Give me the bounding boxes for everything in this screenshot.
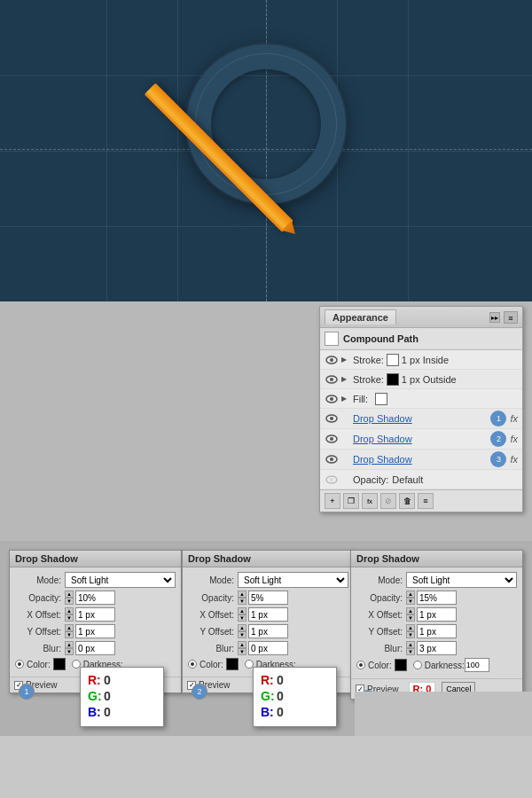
x-up-2[interactable]: ▲ — [238, 607, 246, 614]
b-value-1: 0 — [104, 705, 111, 719]
blur-stepper-3[interactable]: ▲ ▼ — [406, 641, 415, 655]
x-down-2[interactable]: ▼ — [238, 614, 246, 622]
blur-input-2[interactable] — [248, 641, 288, 655]
blur-input-1[interactable] — [75, 641, 115, 655]
opacity-input-3[interactable] — [417, 591, 457, 605]
y-up-3[interactable]: ▲ — [406, 624, 415, 631]
color-swatch-3[interactable] — [395, 659, 407, 671]
duplicate-button[interactable]: ❐ — [343, 493, 359, 509]
drop-shadow-link-1[interactable]: Drop Shadow — [353, 413, 412, 424]
x-offset-input-2[interactable] — [248, 607, 288, 622]
blur-down-1[interactable]: ▼ — [65, 648, 74, 655]
blur-stepper-1[interactable]: ▲ ▼ — [65, 641, 74, 655]
opacity-stepper-2[interactable]: ▲ ▼ — [238, 591, 246, 605]
blur-stepper-2[interactable]: ▲ ▼ — [238, 641, 246, 655]
blur-down-2[interactable]: ▼ — [238, 648, 246, 655]
opacity-up-2[interactable]: ▲ — [238, 591, 246, 598]
y-down-1[interactable]: ▼ — [65, 631, 74, 638]
drop-shadow-row-2: Drop Shadow 2 fx — [320, 429, 522, 450]
x-stepper-1[interactable]: ▲ ▼ — [65, 607, 74, 622]
color-radio-3[interactable] — [356, 661, 365, 669]
y-stepper-2[interactable]: ▲ ▼ — [238, 624, 246, 638]
opacity-stepper-1[interactable]: ▲ ▼ — [65, 591, 74, 605]
y-offset-label-3: Y Offset: — [356, 627, 403, 637]
fill-swatch[interactable] — [375, 393, 387, 405]
fx-label-3: fx — [510, 454, 518, 465]
opacity-input-1[interactable] — [75, 591, 115, 605]
delete-button[interactable]: ⊘ — [380, 493, 396, 509]
rgb-g-line-1: G: 0 — [88, 689, 156, 703]
rgb-b-line-1: B: 0 — [88, 705, 156, 719]
x-up-1[interactable]: ▲ — [65, 607, 74, 614]
visibility-icon-1[interactable] — [325, 353, 339, 367]
x-offset-label-1: X Offset: — [15, 610, 61, 620]
visibility-icon-2[interactable] — [325, 372, 339, 387]
trash-button[interactable]: 🗑 — [399, 493, 415, 509]
opacity-up-3[interactable]: ▲ — [406, 591, 415, 598]
y-stepper-3[interactable]: ▲ ▼ — [406, 624, 415, 638]
visibility-icon-ds2[interactable] — [325, 432, 339, 446]
drop-shadow-link-3[interactable]: Drop Shadow — [353, 454, 412, 465]
options-button[interactable]: ≡ — [418, 493, 434, 509]
blur-label-1: Blur: — [15, 644, 61, 653]
add-new-button[interactable]: + — [325, 493, 340, 509]
fx-button[interactable]: fx — [362, 493, 378, 509]
panel-collapse-button[interactable]: ▸▸ — [489, 312, 500, 323]
y-down-3[interactable]: ▼ — [406, 631, 415, 638]
x-up-3[interactable]: ▲ — [406, 607, 415, 614]
svg-point-5 — [330, 397, 333, 401]
appearance-tab[interactable]: Appearance — [325, 309, 396, 325]
y-stepper-1[interactable]: ▲ ▼ — [65, 624, 74, 638]
x-down-1[interactable]: ▼ — [65, 614, 74, 622]
color-radio-2[interactable] — [188, 660, 197, 669]
visibility-icon-ds3[interactable] — [325, 452, 339, 466]
opacity-down-2[interactable]: ▼ — [238, 598, 246, 605]
x-down-3[interactable]: ▼ — [406, 614, 415, 622]
x-offset-input-3[interactable] — [417, 607, 457, 622]
color-swatch-2[interactable] — [226, 658, 239, 670]
x-offset-input-1[interactable] — [75, 607, 115, 622]
blur-input-3[interactable] — [417, 641, 457, 655]
x-stepper-3[interactable]: ▲ ▼ — [406, 607, 415, 622]
expand-arrow-1[interactable]: ▶ — [341, 356, 350, 364]
y-offset-input-1[interactable] — [75, 624, 115, 638]
blur-label-2: Blur: — [188, 644, 234, 653]
darkness-radio-3[interactable] — [413, 661, 422, 669]
darkness-input-3[interactable] — [465, 658, 489, 672]
stroke-swatch-2[interactable] — [387, 373, 399, 386]
blur-up-1[interactable]: ▲ — [65, 641, 74, 648]
drop-shadow-link-2[interactable]: Drop Shadow — [353, 434, 412, 444]
x-offset-label-2: X Offset: — [188, 610, 234, 620]
blur-up-2[interactable]: ▲ — [238, 641, 246, 648]
blur-up-3[interactable]: ▲ — [406, 641, 415, 648]
stroke-swatch-1[interactable] — [387, 354, 399, 366]
opacity-input-2[interactable] — [248, 591, 288, 605]
grid-line — [106, 0, 107, 301]
mode-select-3[interactable]: Soft Light — [406, 572, 517, 588]
expand-arrow-2[interactable]: ▶ — [341, 375, 350, 384]
panel-area: Appearance ▸▸ ≡ Compound Path ▶ Stroke: — [0, 301, 532, 541]
visibility-icon-fill[interactable] — [325, 392, 339, 406]
y-offset-input-3[interactable] — [417, 624, 457, 638]
opacity-up-1[interactable]: ▲ — [65, 591, 74, 598]
opacity-row-2: Opacity: ▲ ▼ — [188, 591, 348, 605]
opacity-down-1[interactable]: ▼ — [65, 598, 74, 605]
mode-select-1[interactable]: Soft Light — [65, 572, 176, 588]
y-up-2[interactable]: ▲ — [238, 624, 246, 631]
y-offset-input-2[interactable] — [248, 624, 288, 638]
panel-menu-button[interactable]: ≡ — [504, 311, 518, 324]
color-swatch-1[interactable] — [53, 658, 66, 670]
svg-point-11 — [330, 458, 333, 461]
blur-down-3[interactable]: ▼ — [406, 648, 415, 655]
expand-arrow-fill[interactable]: ▶ — [341, 395, 350, 403]
y-up-1[interactable]: ▲ — [65, 624, 74, 631]
mode-select-2[interactable]: Soft Light — [238, 572, 348, 588]
x-stepper-2[interactable]: ▲ ▼ — [238, 607, 246, 622]
r-value-1: 0 — [104, 673, 111, 687]
color-radio-1[interactable] — [15, 660, 24, 669]
visibility-icon-ds1[interactable] — [325, 411, 339, 426]
opacity-down-3[interactable]: ▼ — [406, 598, 415, 605]
y-down-2[interactable]: ▼ — [238, 631, 246, 638]
opacity-stepper-3[interactable]: ▲ ▼ — [406, 591, 415, 605]
g-letter-1: G: — [88, 689, 104, 703]
